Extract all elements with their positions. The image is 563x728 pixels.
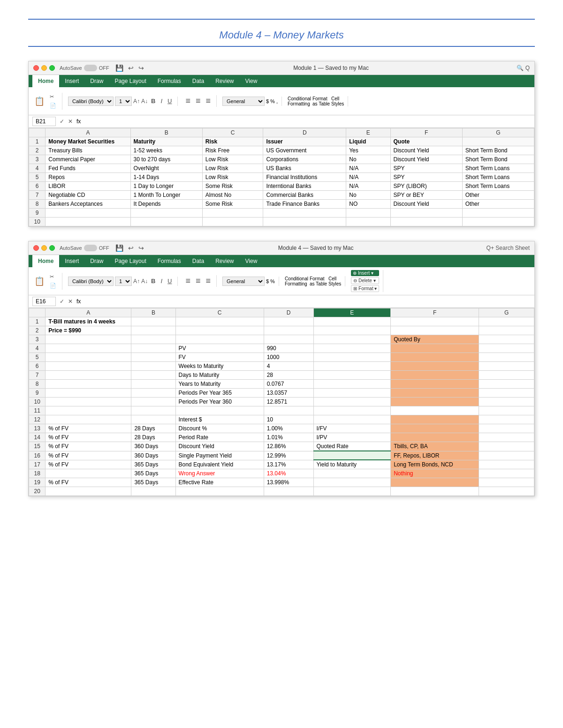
table-cell[interactable]: No xyxy=(346,191,390,200)
table-cell[interactable] xyxy=(130,218,202,226)
table-cell[interactable] xyxy=(313,344,391,353)
table-cell[interactable] xyxy=(46,398,131,406)
table-cell[interactable]: Short Term Bond xyxy=(462,146,534,155)
table-cell[interactable] xyxy=(479,398,534,406)
table-cell[interactable]: Some Risk xyxy=(202,200,263,209)
font-selector-2[interactable]: Calibri (Body) xyxy=(68,277,114,286)
table-cell[interactable] xyxy=(313,487,391,496)
table-cell[interactable] xyxy=(46,371,131,380)
percent-icon-2[interactable]: % xyxy=(270,278,275,284)
table-cell[interactable] xyxy=(313,353,391,362)
redo-icon-2[interactable]: ↪ xyxy=(137,244,145,252)
table-cell[interactable] xyxy=(46,415,131,424)
table-cell[interactable] xyxy=(479,415,534,424)
format-as-table-label[interactable]: Formatas Table xyxy=(312,96,330,106)
underline-button-1[interactable]: U xyxy=(166,97,174,105)
table-cell[interactable]: Quoted By xyxy=(391,335,479,344)
table-cell[interactable] xyxy=(479,389,534,398)
table-cell[interactable]: % of FV xyxy=(46,442,131,451)
number-format-2[interactable]: General xyxy=(222,277,265,286)
copy-icon-2[interactable]: 📄 xyxy=(48,282,58,290)
table-cell[interactable] xyxy=(479,487,534,496)
col-header-E-1[interactable]: E xyxy=(346,128,390,137)
table-cell[interactable] xyxy=(131,380,175,389)
formula-content-2[interactable] xyxy=(84,300,531,302)
insert-button[interactable]: ⊕ Insert ▾ xyxy=(351,270,379,276)
table-cell[interactable]: Financial Institutions xyxy=(263,173,346,182)
tab-pagelayout-1[interactable]: Page Layout xyxy=(109,75,152,87)
table-cell[interactable]: US Banks xyxy=(263,164,346,173)
table-cell[interactable] xyxy=(391,326,479,335)
table-cell[interactable]: Risk xyxy=(202,137,263,146)
table-cell[interactable] xyxy=(131,487,175,496)
table-cell[interactable] xyxy=(313,451,391,460)
table-cell[interactable]: 1-52 weeks xyxy=(130,146,202,155)
table-cell[interactable] xyxy=(462,218,534,226)
table-cell[interactable]: It Depends xyxy=(130,200,202,209)
table-cell[interactable] xyxy=(313,326,391,335)
cell-reference-2[interactable]: E16 xyxy=(32,297,56,306)
table-cell[interactable]: Maturity xyxy=(130,137,202,146)
table-cell[interactable]: US Government xyxy=(263,146,346,155)
align-center-icon[interactable]: ≡ xyxy=(194,95,203,107)
table-cell[interactable]: Some Risk xyxy=(202,182,263,191)
format-button[interactable]: ⊞ Format ▾ xyxy=(351,285,379,292)
tab-insert-2[interactable]: Insert xyxy=(59,255,84,267)
table-cell[interactable]: 360 Days xyxy=(131,442,175,451)
close-button[interactable] xyxy=(33,65,39,71)
table-cell[interactable]: SPY or BEY xyxy=(390,191,462,200)
table-cell[interactable]: Risk Free xyxy=(202,146,263,155)
tab-home-1[interactable]: Home xyxy=(32,75,59,87)
italic-button-1[interactable]: I xyxy=(159,97,164,105)
table-cell[interactable] xyxy=(479,424,534,433)
table-cell[interactable] xyxy=(479,406,534,415)
table-cell[interactable]: Periods Per Year 360 xyxy=(175,398,264,406)
cut-icon[interactable]: ✂ xyxy=(48,93,58,101)
tab-formulas-1[interactable]: Formulas xyxy=(152,75,187,87)
table-cell[interactable]: 28 Days xyxy=(131,424,175,433)
table-cell[interactable] xyxy=(390,209,462,218)
table-cell[interactable]: OverNight xyxy=(130,164,202,173)
table-cell[interactable] xyxy=(479,442,534,451)
table-cell[interactable]: Quoted Rate xyxy=(313,442,391,451)
tab-home-2[interactable]: Home xyxy=(32,255,59,267)
col-header-F-1[interactable]: F xyxy=(390,128,462,137)
align-center-icon-2[interactable]: ≡ xyxy=(194,275,203,287)
table-cell[interactable]: Quote xyxy=(390,137,462,146)
font-selector-1[interactable]: Calibri (Body) xyxy=(68,97,114,106)
align-left-icon-2[interactable]: ≡ xyxy=(183,275,192,287)
table-cell[interactable] xyxy=(479,353,534,362)
search-area-2[interactable]: Q+ Search Sheet xyxy=(487,245,530,251)
table-cell[interactable]: Money Market Securities xyxy=(46,137,130,146)
italic-button-2[interactable]: I xyxy=(159,277,164,285)
table-cell[interactable] xyxy=(313,389,391,398)
col-header-A-1[interactable]: A xyxy=(46,128,130,137)
table-cell[interactable] xyxy=(391,317,479,326)
table-cell[interactable]: 12.99% xyxy=(264,451,313,460)
table-cell[interactable]: 1.00% xyxy=(264,424,313,433)
table-cell[interactable]: 28 Days xyxy=(131,433,175,442)
table-cell[interactable]: Short Term Loans xyxy=(462,182,534,191)
table-cell[interactable] xyxy=(391,415,479,424)
table-cell[interactable]: Almost No xyxy=(202,191,263,200)
table-cell[interactable]: SPY xyxy=(390,164,462,173)
table-cell[interactable] xyxy=(390,218,462,226)
table-cell[interactable] xyxy=(46,353,131,362)
table-cell[interactable] xyxy=(391,478,479,487)
undo-icon[interactable]: ↩ xyxy=(127,64,135,72)
table-cell[interactable] xyxy=(264,326,313,335)
table-cell[interactable] xyxy=(462,209,534,218)
table-cell[interactable] xyxy=(313,335,391,344)
table-cell[interactable]: Period Rate xyxy=(175,433,264,442)
table-cell[interactable]: % of FV xyxy=(46,478,131,487)
table-cell[interactable] xyxy=(391,389,479,398)
maximize-button[interactable] xyxy=(49,65,55,71)
table-cell[interactable] xyxy=(479,469,534,478)
table-cell[interactable] xyxy=(263,209,346,218)
table-cell[interactable]: Bond Equivalent Yield xyxy=(175,460,264,469)
table-cell[interactable] xyxy=(313,380,391,389)
table-cell[interactable]: % of FV xyxy=(46,424,131,433)
table-cell[interactable]: LIBOR xyxy=(46,182,130,191)
table-cell[interactable] xyxy=(479,362,534,371)
increase-font-icon[interactable]: A↑ xyxy=(133,98,140,105)
